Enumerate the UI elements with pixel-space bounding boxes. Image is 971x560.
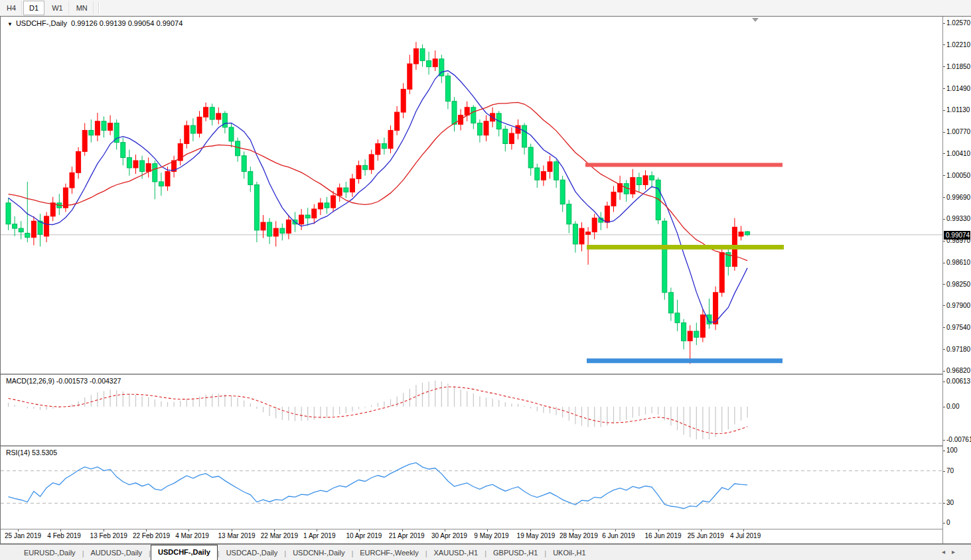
time-axis-tick <box>18 529 19 531</box>
candle-body <box>719 253 724 293</box>
candle-body <box>592 218 597 232</box>
price-axis-label: 1.02570 <box>946 19 970 27</box>
timeframe-buttons: H4D1W1MN <box>0 1 94 15</box>
candle-body <box>713 293 718 324</box>
tab-usdcad-daily[interactable]: USDCAD-,Daily <box>220 546 285 560</box>
candle-body <box>636 178 641 185</box>
tab-usdchf-daily[interactable]: USDCHF-,Daily <box>151 545 218 560</box>
time-axis-label: 28 May 2019 <box>560 532 598 539</box>
rsi-axis-label: 70 <box>946 467 954 474</box>
tab-usdcnh-daily[interactable]: USDCNH-,Daily <box>286 546 351 560</box>
candle-body <box>25 233 30 237</box>
candle-body <box>286 220 291 233</box>
time-axis-tick <box>615 529 616 531</box>
candle-body <box>13 224 17 228</box>
macd-axis-label: 0.00 <box>946 403 959 410</box>
price-axis-label: 0.97540 <box>946 324 970 331</box>
time-axis-tick <box>104 529 104 531</box>
tab-eurusd-daily[interactable]: EURUSD-,Daily <box>17 546 82 560</box>
moving-average-8 <box>9 71 748 322</box>
candle-body <box>433 59 437 67</box>
time-axis-tick <box>232 529 232 531</box>
macd-axis-tick <box>943 440 945 441</box>
macd-signal-line <box>9 387 748 434</box>
macd-panel[interactable]: MACD(12,26,9) -0.001573 -0.004327 <box>1 375 942 445</box>
price-chart-panel[interactable]: ▼USDCHF-,Daily 0.99126 0.99139 0.99054 0… <box>1 17 942 374</box>
candle-body <box>650 176 654 180</box>
price-axis-tick <box>943 44 945 45</box>
chart-window: ▼USDCHF-,Daily 0.99126 0.99139 0.99054 0… <box>0 16 971 544</box>
candle-body <box>312 209 317 218</box>
time-axis-label: 16 Jun 2019 <box>645 532 682 539</box>
candlestick-chart[interactable] <box>1 17 942 374</box>
macd-axis-tick <box>943 382 945 382</box>
tab-eurchf-weekly[interactable]: EURCHF-,Weekly <box>353 546 425 560</box>
timeframe-button-mn[interactable]: MN <box>70 1 94 15</box>
tab-xauusd-h1[interactable]: XAUUSD-,H1 <box>427 546 485 560</box>
timeframe-button-h4[interactable]: H4 <box>1 1 22 15</box>
candle-body <box>535 168 540 180</box>
price-axis-tick <box>943 305 945 306</box>
macd-chart[interactable] <box>1 375 942 445</box>
tab-scroll-right-icon[interactable]: ▸ <box>952 548 962 555</box>
time-axis-label: 10 Apr 2019 <box>346 532 382 539</box>
time-axis-tick <box>146 529 147 531</box>
rsi-panel[interactable]: RSI(14) 53.5305 <box>1 447 942 527</box>
candle-body <box>516 125 520 133</box>
candle-body <box>222 113 227 127</box>
candle-body <box>50 203 55 216</box>
chart-shift-marker-icon[interactable] <box>752 18 759 22</box>
candle-body <box>229 127 234 141</box>
tab-scroll-left-icon[interactable]: ◂ <box>942 548 952 555</box>
candle-body <box>739 232 743 236</box>
candle-body <box>573 224 577 244</box>
price-axis-label: 1.01130 <box>946 106 970 113</box>
macd-axis-tick <box>943 407 945 407</box>
candle-body <box>579 228 584 244</box>
candle-body <box>682 322 686 340</box>
tab-gbpusd-h1[interactable]: GBPUSD-,H1 <box>486 546 544 560</box>
candle-body <box>567 204 571 224</box>
candle-body <box>121 143 125 158</box>
time-axis-tick <box>573 529 573 531</box>
chart-tab-bar: EURUSD-,Daily|AUDUSD-,Daily|USDCHF-,Dail… <box>0 544 971 560</box>
rsi-chart[interactable] <box>1 447 942 527</box>
candle-body <box>675 313 680 323</box>
time-axis[interactable]: 25 Jan 20194 Feb 201913 Feb 201922 Feb 2… <box>1 529 942 543</box>
price-axis-label: 0.98610 <box>946 259 970 266</box>
price-axis-tick <box>943 175 945 176</box>
tab-ukoil-h1[interactable]: UKOil-,H1 <box>546 546 593 560</box>
macd-axis-label: -0.00761 <box>946 436 971 443</box>
candle-body <box>503 129 508 144</box>
candle-body <box>541 171 546 180</box>
candle-body <box>153 164 157 182</box>
price-axis-tick <box>943 153 945 154</box>
candle-body <box>643 176 648 185</box>
time-axis-label: 13 Feb 2019 <box>90 532 127 539</box>
timeframe-button-w1[interactable]: W1 <box>46 1 69 15</box>
candle-body <box>528 147 533 168</box>
candle-body <box>76 151 81 173</box>
candle-body <box>554 162 559 180</box>
candle-body <box>165 171 170 186</box>
price-axis-label: 1.02210 <box>946 41 970 48</box>
price-axis-label: 1.00410 <box>946 150 970 157</box>
price-axis[interactable]: 1.025701.022101.018501.014901.011301.007… <box>942 17 971 543</box>
candle-body <box>31 221 36 238</box>
price-axis-tick <box>943 284 945 285</box>
time-axis-label: 21 Apr 2019 <box>389 532 425 539</box>
time-axis-label: 6 Jun 2019 <box>602 532 635 539</box>
candle-body <box>248 171 253 184</box>
chart-ohlc-values: 0.99126 0.99139 0.99054 0.99074 <box>71 19 183 27</box>
candle-body <box>611 192 616 206</box>
timeframe-button-d1[interactable]: D1 <box>23 1 44 15</box>
tab-audusd-daily[interactable]: AUDUSD-,Daily <box>84 546 149 560</box>
candle-body <box>44 216 49 236</box>
chart-dropdown-icon[interactable]: ▼ <box>7 21 13 27</box>
price-axis-label: 0.97900 <box>946 302 970 309</box>
price-axis-label: 1.00770 <box>946 128 970 135</box>
candle-body <box>95 121 100 135</box>
candle-body <box>694 331 699 337</box>
candle-body <box>185 125 189 143</box>
candle-body <box>408 64 412 89</box>
